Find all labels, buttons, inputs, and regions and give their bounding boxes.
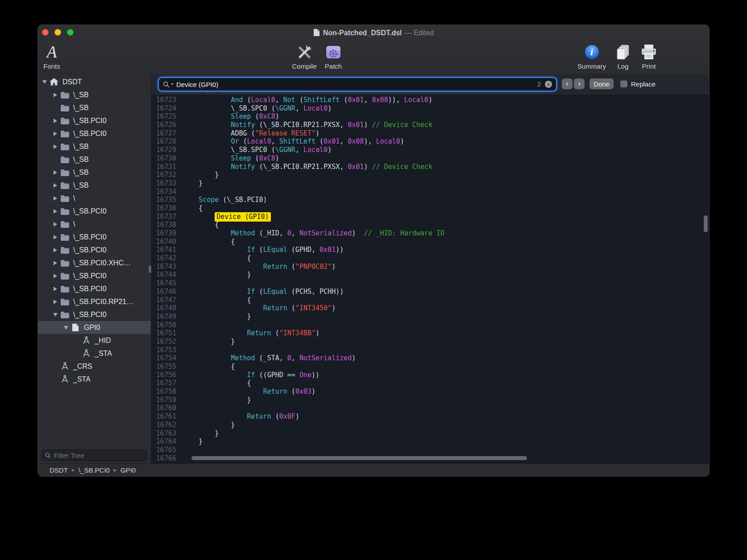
code-line: 16757 { [151,379,709,387]
compile-label: Compile [288,62,320,70]
line-number: 16757 [151,379,183,387]
line-number: 16761 [151,412,183,421]
code-line: 16746 If (LEqual (PCHS, PCHH)) [151,288,709,296]
code-token: )), [388,96,404,104]
tree-item-sb[interactable]: \_SB [38,88,151,101]
code-token: // _HID: Hardware ID [364,229,444,237]
tree-item-dsdt[interactable]: DSDT [38,75,151,88]
disclosure-triangle-icon[interactable] [62,321,71,334]
code-line: 16724 \_SB.SPC0 (\GGNR, Local0) [151,104,709,113]
fonts-button[interactable]: A Fonts [38,41,66,70]
done-button[interactable]: Done [589,78,614,89]
breadcrumb-item[interactable]: GPI0 [120,466,136,474]
line-number: 16742 [151,254,183,263]
find-previous-button[interactable]: ‹ [562,78,573,89]
tree-item-sbpci0[interactable]: \_SB.PCI0 [38,308,151,321]
summary-button[interactable]: i Summary [576,41,608,70]
tree-item-label: GPI0 [84,324,100,332]
tree-item-sbpci0[interactable]: \_SB.PCI0 [38,282,151,295]
compile-button[interactable]: Compile [288,41,320,70]
code-editor[interactable]: 16723 And (Local0, Not (ShiftLeft (0x01,… [151,95,709,463]
tree-item-sb[interactable]: \_SB [38,101,151,114]
tree-item-label: \_SB [73,169,89,177]
disclosure-triangle-icon[interactable] [51,269,60,282]
search-query-text: Device (GPI0) [176,81,537,88]
replace-checkbox[interactable] [620,80,627,87]
tree-item-sb[interactable]: \_SB [38,179,151,192]
code-token [183,96,231,104]
tree-item-sbpci0xhc[interactable]: \_SB.PCI0.XHC… [38,256,151,269]
disclosure-triangle-icon[interactable] [51,205,60,218]
breadcrumb-item[interactable]: \_SB.PCI0 [79,466,110,474]
print-label: Print [633,62,665,70]
patch-label: Patch [317,62,349,70]
disclosure-triangle-icon[interactable] [51,243,60,256]
find-input[interactable]: Device (GPI0) 2 × [159,78,556,91]
code-token: { [183,238,235,246]
tree-item-[interactable]: \ [38,192,151,205]
tree-item-sb[interactable]: \_SB [38,153,151,166]
disclosure-triangle-icon[interactable] [51,140,60,153]
disclosure-triangle-icon[interactable] [51,166,60,179]
code-token: ) [364,163,372,171]
code-token: { [183,254,251,262]
code-line: 16731 Notify (\_SB.PCI0.RP21.PXSX, 0x01)… [151,163,709,171]
tree-item-sbpci0[interactable]: \_SB.PCI0 [38,243,151,256]
tree-item-sbpci0[interactable]: \_SB.PCI0 [38,205,151,218]
disclosure-triangle-icon[interactable] [40,75,49,88]
code-token: ) [311,387,315,395]
tree-item-gpi0[interactable]: GPI0 [38,321,151,334]
folder-icon [60,155,70,164]
tree-item-sta[interactable]: _STA [38,347,151,360]
line-number: 16740 [151,238,183,246]
line-number: 16738 [151,221,183,229]
code-token: Notify [231,163,255,171]
disclosure-triangle-icon[interactable] [51,295,60,308]
print-button[interactable]: Print [633,41,665,70]
line-number: 16759 [151,396,183,404]
code-token: And [231,96,243,104]
folder-icon [60,194,70,203]
disclosure-triangle-icon[interactable] [51,308,60,321]
disclosure-triangle-icon[interactable] [51,179,60,192]
filter-tree-field[interactable] [42,449,147,461]
search-scope-icon[interactable] [163,81,174,88]
code-token [183,154,231,162]
horizontal-scrollbar[interactable] [191,456,527,460]
code-token [183,213,215,221]
breadcrumb-item[interactable]: DSDT [50,466,68,474]
disclosure-triangle-icon[interactable] [51,256,60,269]
disclosure-triangle-icon[interactable] [51,218,60,231]
disclosure-triangle-icon[interactable] [51,231,60,243]
clear-search-icon[interactable]: × [545,81,552,88]
line-number: 16752 [151,338,183,346]
tree-item-sbpci0[interactable]: \_SB.PCI0 [38,127,151,140]
tree-item-sbpci0[interactable]: \_SB.PCI0 [38,269,151,282]
folder-icon [60,142,70,151]
code-line: 16749 } [151,313,709,321]
code-token [183,121,231,129]
code-line: 16763 } [151,429,709,438]
tree-item-sb[interactable]: \_SB [38,166,151,179]
code-token: { [183,204,203,212]
disclosure-triangle-icon[interactable] [51,114,60,127]
filter-tree-input[interactable] [53,451,144,460]
tree-item-sbpci0[interactable]: \_SB.PCI0 [38,231,151,243]
tree-item-sb[interactable]: \_SB [38,140,151,153]
tree-item-label: \_SB.PCI0 [73,233,107,241]
code-token [183,304,263,312]
tree-item-sbpci0[interactable]: \_SB.PCI0 [38,114,151,127]
code-token: ( [251,112,259,120]
tree-item-sbpci0rp21[interactable]: \_SB.PCI0.RP21… [38,295,151,308]
tree-item-[interactable]: \ [38,218,151,231]
disclosure-triangle-icon[interactable] [51,88,60,101]
tree-item-hid[interactable]: _HID [38,334,151,347]
find-next-button[interactable]: › [574,78,585,89]
vertical-scrollbar[interactable] [704,215,708,232]
tree-item-sta[interactable]: _STA [38,373,151,386]
disclosure-triangle-icon[interactable] [51,282,60,295]
tree-item-crs[interactable]: _CRS [38,360,151,373]
disclosure-triangle-icon[interactable] [51,127,60,140]
patch-button[interactable]: Patch [317,41,349,70]
disclosure-triangle-icon[interactable] [51,192,60,205]
